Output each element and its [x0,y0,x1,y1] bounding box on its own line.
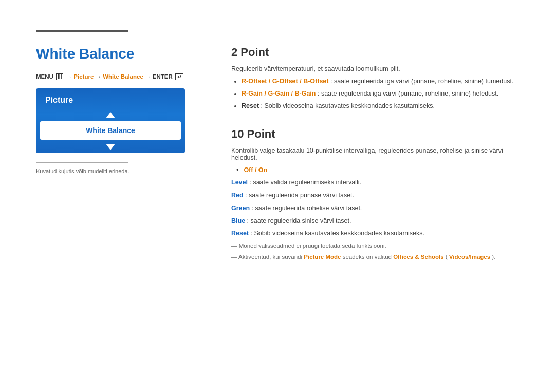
note-picture-mode: Picture Mode [304,254,341,260]
green-label: Green [231,204,250,212]
svg-marker-1 [106,144,115,150]
green-text: : saate reguleerida rohelise värvi taset… [252,204,362,212]
blue-label: Blue [231,217,245,225]
svg-marker-0 [106,112,115,118]
reset-10pt-label: Reset [231,230,249,237]
r-offset-text: : saate reguleerida iga värvi (punane, r… [330,78,513,85]
feature-green: Green : saate reguleerida rohelise värvi… [231,203,519,213]
off-on-label: Off / On [244,166,267,174]
r-gain-label: R-Gain / G-Gain / B-Gain [242,90,316,97]
level-text: : saate valida reguleerimiseks intervall… [249,179,361,186]
feature-blue: Blue : saate reguleerida sinise värvi ta… [231,216,519,226]
left-column: White Balance MENU III → Picture → White… [36,46,200,265]
arrow-down-icon[interactable] [36,141,185,153]
r-gain-text: : saate reguleerida iga värvi (punane, r… [318,90,498,97]
menu-path: MENU III → Picture → White Balance → ENT… [36,73,200,80]
note-2-paren-open: ( [446,254,448,260]
menu-panel: Picture White Balance [36,88,185,153]
blue-text: : saate reguleerida sinise värvi taset. [247,217,351,225]
menu-picture: Picture [73,73,94,80]
list-item: R-Offset / G-Offset / B-Offset : saate r… [242,77,519,86]
reset-10pt-text: : Sobib videoseina kasutavates keskkonda… [251,230,424,237]
right-column: 2 Point Reguleerib värvitemperatuuri, et… [231,46,519,265]
feature-reset: Reset : Sobib videoseina kasutavates kes… [231,229,519,238]
section-10point: 10 Point Kontrollib valge tasakaalu 10-p… [231,127,519,262]
arrow2: → [96,73,103,80]
footnote-image: Kuvatud kujutis võib mudeliti erineda. [36,168,200,174]
menu-icon: III [56,73,63,80]
red-text: : saate reguleerida punase värvi taset. [245,192,354,199]
arrow1: → [66,73,74,80]
red-label: Red [231,192,244,199]
section-2point-bullets: R-Offset / G-Offset / B-Offset : saate r… [231,77,519,110]
menu-white-balance: White Balance [103,73,143,80]
menu-selected-item[interactable]: White Balance [40,121,181,140]
reset-2pt-label: Reset [242,102,259,109]
enter-label: ENTER [153,73,173,80]
section-10point-intro: Kontrollib valge tasakaalu 10-punktilise… [231,147,519,161]
list-item: R-Gain / G-Gain / B-Gain : saate regulee… [242,89,519,99]
enter-icon: ↵ [175,73,183,80]
reset-2pt-text: : Sobib videoseina kasutavates keskkonda… [261,102,435,109]
section-10point-title: 10 Point [231,127,519,141]
section-2point-intro: Reguleerib värvitemperatuuri, et saavuta… [231,65,519,72]
section-2point-title: 2 Point [231,46,519,59]
note-2-paren-close: ). [492,254,495,260]
section-divider [231,119,519,119]
note-1-text: Mõned välisseadmed ei pruugi toetada sed… [239,242,386,249]
note-2-mid: seadeks on valitud [343,254,393,260]
level-label: Level [231,179,248,186]
note-offices: Offices & Schools [393,254,443,260]
page-title: White Balance [36,46,200,62]
menu-panel-header: Picture [36,88,185,110]
note-2-prefix: Aktiveeritud, kui suvandi [238,254,304,260]
off-on-line: Off / On [236,166,519,174]
note-2: Aktiveeritud, kui suvandi Picture Mode s… [231,253,519,262]
r-offset-label: R-Offset / G-Offset / B-Offset [242,78,328,85]
arrow3: → [145,73,153,80]
menu-prefix: MENU [36,73,53,80]
section-2point: 2 Point Reguleerib värvitemperatuuri, et… [231,46,519,110]
note-1: Mõned välisseadmed ei pruugi toetada sed… [231,241,519,250]
list-item: Reset : Sobib videoseina kasutavates kes… [242,101,519,111]
feature-red: Red : saate reguleerida punase värvi tas… [231,191,519,200]
arrow-up-icon[interactable] [36,110,185,120]
feature-level: Level : saate valida reguleerimiseks int… [231,178,519,188]
note-videos: Videos/Images [449,254,490,260]
left-divider [36,162,128,163]
